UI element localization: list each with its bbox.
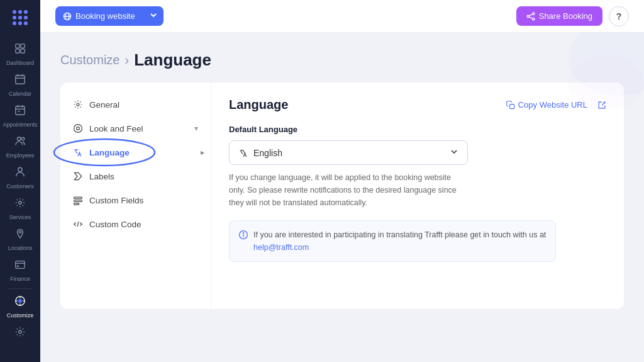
participate-text: If you are interested in participating i…: [253, 229, 547, 254]
svg-point-38: [74, 125, 82, 133]
employees-icon: [14, 135, 26, 150]
svg-rect-42: [74, 200, 82, 201]
settings-card: General Look and Feel ▾: [60, 82, 624, 309]
select-chevron: [450, 147, 458, 158]
language-select[interactable]: English: [229, 140, 468, 165]
svg-line-34: [529, 14, 532, 16]
sidebar-item-locations[interactable]: Locations: [0, 224, 40, 255]
svg-rect-4: [16, 76, 25, 84]
card-nav-labels-label: Labels: [89, 172, 114, 181]
card-nav-custom-fields-label: Custom Fields: [89, 196, 143, 205]
svg-rect-1: [21, 44, 25, 48]
svg-point-16: [19, 201, 22, 205]
share-booking-label: Share Booking: [539, 11, 592, 21]
sidebar-item-calendar[interactable]: Calendar: [0, 70, 40, 101]
card-nav-look-feel[interactable]: Look and Feel ▾: [60, 116, 211, 140]
cursor-indicator: ▸: [201, 149, 204, 157]
sidebar-item-label-dashboard: Dashboard: [6, 60, 34, 66]
sidebar-item-appointments[interactable]: Appointments: [0, 101, 40, 132]
help-label: ?: [616, 11, 622, 21]
booking-website-label: Booking website: [75, 11, 135, 21]
svg-point-31: [532, 18, 535, 20]
card-nav-custom-code-label: Custom Code: [89, 220, 142, 229]
sidebar-item-label-appointments: Appointments: [3, 122, 37, 128]
svg-point-14: [21, 137, 25, 140]
svg-rect-41: [74, 197, 82, 198]
card-nav-custom-fields[interactable]: Custom Fields: [60, 188, 211, 212]
open-external-link[interactable]: [597, 101, 606, 110]
card-main-title: Language: [229, 98, 288, 112]
locations-icon: [14, 228, 26, 242]
labels-icon: [73, 171, 83, 181]
booking-website-button[interactable]: Booking website: [55, 6, 164, 26]
translate-icon: [238, 148, 248, 158]
svg-rect-18: [16, 261, 25, 269]
selected-language-value: English: [253, 148, 282, 158]
look-feel-icon: [73, 123, 83, 133]
breadcrumb-parent: Customize: [60, 53, 119, 67]
svg-rect-0: [16, 44, 19, 48]
svg-point-20: [18, 266, 19, 267]
card-main-header: Language Copy Website URL: [229, 98, 606, 112]
share-booking-button[interactable]: Share Booking: [516, 6, 602, 26]
svg-rect-8: [16, 106, 25, 115]
svg-line-44: [77, 222, 79, 227]
sidebar-item-finance[interactable]: Finance: [0, 255, 40, 286]
card-main-content: Language Copy Website URL: [211, 82, 624, 309]
sidebar-item-label-finance: Finance: [10, 276, 30, 282]
participate-info-box: If you are interested in participating i…: [229, 220, 556, 262]
svg-point-13: [18, 137, 21, 140]
copy-website-url-link[interactable]: Copy Website URL: [506, 100, 587, 110]
copy-url-icon: [506, 101, 515, 110]
breadcrumb-current: Language: [134, 50, 211, 70]
default-language-label: Default Language: [229, 125, 606, 134]
sidebar-item-label-locations: Locations: [8, 245, 33, 251]
sidebar: Dashboard Calendar Appointments: [0, 0, 40, 362]
sidebar-item-settings[interactable]: [0, 322, 40, 346]
logo: [9, 6, 31, 29]
dropdown-arrow[interactable]: [143, 6, 164, 26]
sidebar-item-employees[interactable]: Employees: [0, 132, 40, 162]
sidebar-divider: [9, 288, 31, 289]
sidebar-item-dashboard[interactable]: Dashboard: [0, 39, 40, 70]
card-nav-general-label: General: [89, 100, 119, 110]
participate-email-link[interactable]: help@trafft.com: [253, 243, 309, 252]
appointments-icon: [14, 105, 26, 119]
finance-icon: [14, 259, 26, 273]
card-nav-labels[interactable]: Labels: [60, 164, 211, 188]
sidebar-item-customers[interactable]: Customers: [0, 162, 40, 193]
sidebar-item-services[interactable]: Services: [0, 193, 40, 224]
svg-rect-3: [21, 49, 25, 53]
chevron-down-select-icon: [450, 147, 458, 156]
external-link-icon: [597, 101, 606, 110]
card-nav-custom-code[interactable]: Custom Code: [60, 212, 211, 236]
svg-point-32: [527, 15, 530, 18]
main-area: Booking website Share Bo: [40, 0, 644, 362]
card-nav-language[interactable]: Language ▸: [60, 140, 211, 164]
svg-line-33: [529, 16, 532, 18]
sidebar-item-label-customize: Customize: [7, 312, 34, 319]
svg-point-49: [243, 233, 243, 234]
svg-point-37: [77, 103, 79, 106]
breadcrumb: Customize › Language: [60, 50, 624, 70]
general-icon: [73, 99, 83, 110]
dashboard-icon: [14, 43, 26, 57]
card-sidebar-nav: General Look and Feel ▾: [60, 82, 211, 309]
language-icon: [73, 147, 83, 157]
svg-point-39: [77, 127, 80, 130]
copy-website-url-label: Copy Website URL: [518, 100, 587, 110]
card-nav-general[interactable]: General: [60, 93, 211, 116]
help-button[interactable]: ?: [609, 6, 629, 26]
svg-point-30: [532, 13, 535, 15]
expand-icon: ▾: [194, 124, 198, 133]
card-main-actions: Copy Website URL: [506, 100, 606, 110]
svg-rect-45: [509, 104, 514, 108]
globe-icon: [63, 12, 72, 21]
info-circle-icon: [238, 230, 248, 240]
svg-point-21: [18, 299, 21, 302]
custom-fields-icon: [73, 195, 83, 205]
sidebar-item-customize[interactable]: Customize: [0, 291, 40, 322]
share-icon: [526, 12, 535, 21]
language-select-wrapper: English: [229, 140, 468, 165]
svg-point-15: [18, 167, 22, 171]
